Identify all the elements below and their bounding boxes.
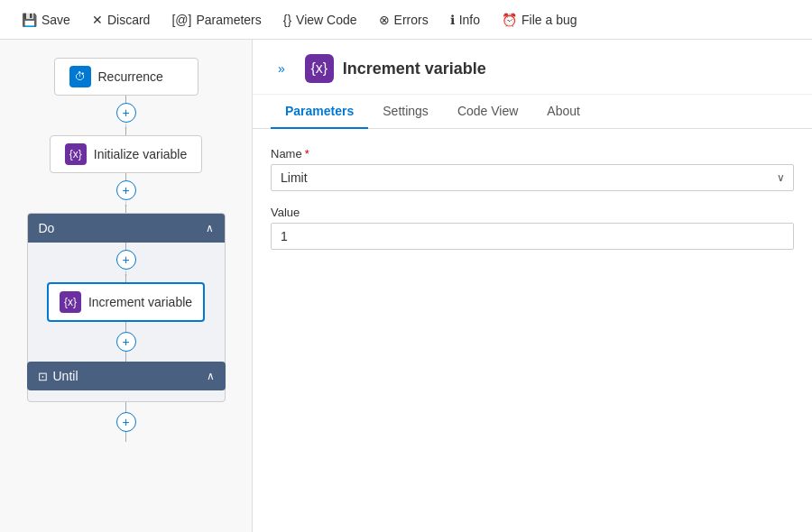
increment-icon: {x}	[60, 291, 81, 313]
init-variable-label: Initialize variable	[94, 147, 188, 161]
parameters-button[interactable]: [@] Parameters	[161, 5, 272, 34]
name-label-text: Name	[271, 147, 302, 161]
recurrence-label: Recurrence	[98, 69, 163, 84]
do-header-left: Do	[39, 221, 55, 235]
connector-5: +	[116, 402, 136, 442]
add-step-4[interactable]: +	[116, 332, 136, 352]
tab-code-view[interactable]: Code View	[443, 95, 532, 129]
discard-label: Discard	[107, 13, 150, 27]
do-container: Do ∧ + ↓ {x} Increment variable	[27, 213, 226, 402]
add-step-2[interactable]: +	[116, 180, 136, 200]
errors-label: Errors	[394, 13, 429, 27]
increment-variable-label: Increment variable	[88, 295, 192, 309]
do-header[interactable]: Do ∧	[28, 214, 225, 243]
tab-settings[interactable]: Settings	[368, 95, 443, 129]
bug-icon: ⏰	[502, 13, 517, 27]
connector-4: +	[116, 322, 136, 362]
view-code-button[interactable]: {} View Code	[272, 5, 368, 34]
name-select[interactable]: Limit	[271, 164, 794, 191]
recurrence-icon: ⏱	[69, 66, 91, 87]
value-form-group: Value	[271, 206, 794, 250]
detail-form: Name * Limit ∨ Value	[253, 129, 812, 268]
do-collapse-icon[interactable]: ∧	[206, 222, 214, 234]
until-icon: ⊡	[38, 370, 48, 383]
until-header[interactable]: ⊡ Until ∧	[27, 362, 226, 390]
increment-variable-box[interactable]: {x} Increment variable	[47, 282, 205, 322]
until-header-left: ⊡ Until	[38, 369, 78, 383]
save-label: Save	[42, 13, 70, 27]
canvas-panel: ⏱ Recurrence + ↓ {x} Initialize variable…	[0, 40, 253, 532]
tab-parameters[interactable]: Parameters	[271, 95, 368, 129]
file-bug-label: File a bug	[521, 13, 577, 27]
detail-title: Increment variable	[343, 60, 486, 78]
recurrence-node: ⏱ Recurrence	[54, 58, 198, 96]
detail-action-icon: {x}	[310, 60, 328, 77]
file-bug-button[interactable]: ⏰ File a bug	[491, 5, 587, 34]
until-label: Until	[53, 369, 78, 383]
detail-header: » {x} Increment variable	[253, 40, 812, 95]
line-1	[125, 96, 126, 103]
init-variable-box[interactable]: {x} Initialize variable	[50, 135, 203, 173]
connector-1: + ↓	[116, 96, 136, 135]
save-icon: 💾	[22, 13, 37, 27]
name-required-star: *	[305, 147, 309, 161]
name-select-wrapper: Limit ∨	[271, 164, 794, 191]
breadcrumb-arrows[interactable]: »	[271, 61, 292, 76]
toolbar: 💾 Save ✕ Discard [@] Parameters {} View …	[0, 0, 812, 40]
line-3b	[125, 276, 126, 283]
name-label: Name *	[271, 147, 794, 161]
value-input[interactable]	[271, 223, 794, 250]
tab-about[interactable]: About	[532, 95, 595, 129]
discard-icon: ✕	[92, 13, 103, 27]
until-container: ⊡ Until ∧	[27, 362, 226, 390]
value-label: Value	[271, 206, 794, 219]
do-body: + ↓ {x} Increment variable +	[28, 243, 225, 394]
save-button[interactable]: 💾 Save	[11, 5, 81, 34]
detail-icon: {x}	[305, 54, 334, 83]
discard-button[interactable]: ✕ Discard	[81, 5, 161, 34]
recurrence-box[interactable]: ⏱ Recurrence	[54, 58, 198, 96]
line-2b	[125, 206, 126, 214]
view-code-icon: {}	[283, 13, 291, 27]
line-4b	[125, 352, 126, 362]
line-1b	[125, 129, 126, 136]
add-step-5[interactable]: +	[116, 412, 136, 432]
detail-tabs: Parameters Settings Code View About	[253, 95, 812, 129]
info-label: Info	[459, 13, 480, 27]
line-3	[125, 243, 126, 250]
do-label: Do	[39, 221, 55, 235]
connector-3: + ↓	[116, 243, 136, 282]
value-label-text: Value	[271, 206, 300, 219]
init-variable-icon: {x}	[65, 143, 87, 165]
info-button[interactable]: ℹ Info	[439, 5, 491, 34]
init-variable-node: {x} Initialize variable	[50, 135, 203, 173]
main-layout: ⏱ Recurrence + ↓ {x} Initialize variable…	[0, 40, 812, 532]
connector-2: + ↓	[116, 173, 136, 213]
parameters-label: Parameters	[196, 13, 261, 27]
errors-icon: ⊗	[379, 13, 390, 27]
add-step-3[interactable]: +	[116, 250, 136, 270]
parameters-icon: [@]	[171, 13, 191, 27]
add-step-1[interactable]: +	[116, 103, 136, 123]
detail-panel: » {x} Increment variable Parameters Sett…	[253, 40, 812, 532]
line-4	[125, 322, 126, 332]
line-2	[125, 173, 126, 180]
view-code-label: View Code	[296, 13, 356, 27]
until-collapse-icon[interactable]: ∧	[207, 370, 215, 382]
info-icon: ℹ	[450, 13, 455, 27]
line-5b	[125, 432, 126, 442]
name-form-group: Name * Limit ∨	[271, 147, 794, 191]
errors-button[interactable]: ⊗ Errors	[368, 5, 439, 34]
line-5	[125, 402, 126, 412]
